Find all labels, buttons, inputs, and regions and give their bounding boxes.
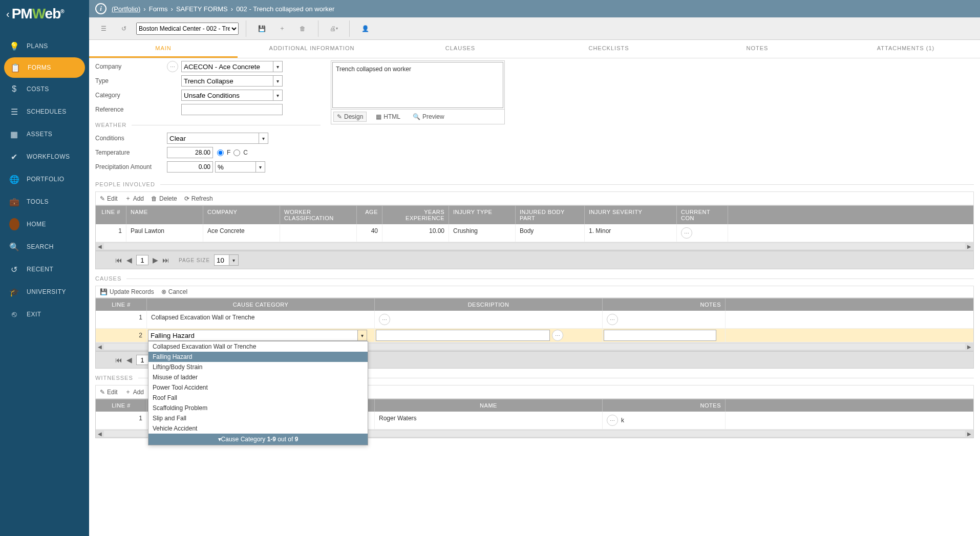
nav-exit[interactable]: ⎋EXIT bbox=[0, 303, 89, 326]
dropdown-option[interactable]: Slip and Fall bbox=[148, 413, 368, 423]
col-line[interactable]: LINE # bbox=[96, 206, 126, 224]
scroll-left-icon[interactable]: ◀ bbox=[96, 244, 104, 249]
page-size-input[interactable] bbox=[214, 254, 229, 266]
col-sev[interactable]: INJURY SEVERITY bbox=[585, 206, 677, 224]
col-notes[interactable]: NOTES bbox=[603, 399, 726, 412]
breadcrumb-portfolio[interactable]: (Portfolio) bbox=[112, 5, 140, 13]
delete-icon[interactable]: 🗑 bbox=[294, 20, 311, 37]
col-cur[interactable]: CURRENT CON bbox=[677, 206, 728, 224]
col-line[interactable]: LINE # bbox=[96, 399, 147, 412]
company-lookup-button[interactable]: ⋯ bbox=[167, 61, 178, 72]
editor-html-tab[interactable]: ▦HTML bbox=[373, 112, 403, 122]
temperature-field[interactable] bbox=[167, 147, 213, 158]
notes-edit-button[interactable]: ⋯ bbox=[607, 314, 618, 325]
dropdown-icon[interactable]: ▾ bbox=[273, 90, 283, 101]
nav-assets[interactable]: ▦ASSETS bbox=[0, 123, 89, 145]
description-text[interactable]: Trench collapsed on worker bbox=[332, 62, 503, 108]
people-refresh-button[interactable]: ⟳Refresh bbox=[184, 194, 213, 203]
scroll-right-icon[interactable]: ▶ bbox=[965, 244, 973, 249]
add-icon[interactable]: ＋ bbox=[274, 20, 290, 37]
page-input[interactable] bbox=[136, 355, 148, 365]
precip-field[interactable] bbox=[167, 161, 213, 173]
causes-row-editing[interactable]: 2 ▾ Collapsed Excavation Wall or Trenche… bbox=[96, 329, 973, 342]
scroll-right-icon[interactable]: ▶ bbox=[965, 431, 973, 437]
nav-workflows[interactable]: ✔WORKFLOWS bbox=[0, 145, 89, 168]
nav-schedules[interactable]: ☰SCHEDULES bbox=[0, 100, 89, 123]
cause-desc-input[interactable] bbox=[376, 330, 550, 341]
breadcrumb-safety[interactable]: SAFETY FORMS bbox=[176, 5, 228, 13]
nav-costs[interactable]: $COSTS bbox=[0, 78, 89, 100]
list-icon[interactable]: ☰ bbox=[95, 20, 112, 37]
col-line[interactable]: LINE # bbox=[96, 298, 147, 311]
row-options-button[interactable]: ⋯ bbox=[681, 227, 692, 239]
scroll-track[interactable] bbox=[104, 243, 965, 249]
witnesses-add-button[interactable]: ＋Add bbox=[125, 388, 144, 396]
tab-main[interactable]: MAIN bbox=[89, 40, 238, 58]
desc-edit-button[interactable]: ⋯ bbox=[379, 314, 390, 325]
first-page-icon[interactable]: ⏮ bbox=[115, 356, 122, 364]
tab-checklists[interactable]: CHECKLISTS bbox=[535, 40, 683, 58]
people-delete-button[interactable]: 🗑Delete bbox=[151, 194, 177, 203]
first-page-icon[interactable]: ⏮ bbox=[115, 256, 122, 264]
tab-notes[interactable]: NOTES bbox=[683, 40, 832, 58]
prev-page-icon[interactable]: ◀ bbox=[126, 356, 132, 364]
reference-field[interactable] bbox=[181, 104, 283, 115]
notes-edit-button[interactable]: ⋯ bbox=[607, 415, 618, 426]
temp-f-radio[interactable] bbox=[217, 149, 224, 156]
cause-notes-input[interactable] bbox=[604, 330, 716, 341]
precip-unit-field[interactable] bbox=[215, 161, 256, 173]
last-page-icon[interactable]: ⏭ bbox=[162, 256, 169, 264]
editor-design-tab[interactable]: ✎Design bbox=[333, 112, 367, 122]
cause-category-input[interactable] bbox=[148, 330, 358, 341]
dropdown-icon[interactable]: ▾ bbox=[358, 330, 367, 341]
prev-page-icon[interactable]: ◀ bbox=[126, 256, 132, 264]
scroll-right-icon[interactable]: ▶ bbox=[965, 344, 973, 350]
dropdown-option[interactable]: Collapsed Excavation Wall or Trenche bbox=[148, 341, 368, 352]
dropdown-option[interactable]: Falling Hazard bbox=[148, 352, 368, 362]
col-name[interactable]: NAME bbox=[375, 399, 603, 412]
dropdown-icon[interactable]: ▾ bbox=[273, 75, 283, 87]
nav-recent[interactable]: ↺RECENT bbox=[0, 258, 89, 281]
col-part[interactable]: INJURED BODY PART bbox=[516, 206, 585, 224]
dropdown-option[interactable]: Misuse of ladder bbox=[148, 372, 368, 382]
nav-plans[interactable]: 💡PLANS bbox=[0, 35, 89, 57]
witnesses-edit-button[interactable]: ✎Edit bbox=[100, 388, 118, 396]
back-chevron-icon[interactable]: ‹ bbox=[6, 8, 10, 20]
causes-cancel-button[interactable]: ⊗Cancel bbox=[161, 288, 187, 295]
scroll-left-icon[interactable]: ◀ bbox=[96, 431, 104, 437]
col-desc[interactable]: DESCRIPTION bbox=[375, 298, 603, 311]
nav-tools[interactable]: 💼TOOLS bbox=[0, 190, 89, 213]
col-cat[interactable]: CAUSE CATEGORY bbox=[147, 298, 375, 311]
logo[interactable]: ‹ PMWeb® bbox=[0, 0, 89, 28]
info-icon[interactable]: i bbox=[95, 3, 106, 14]
col-wc[interactable]: WORKER CLASSIFICATION bbox=[280, 206, 357, 224]
print-icon[interactable]: 🖨▾ bbox=[326, 20, 342, 37]
dropdown-option[interactable]: Vehicle Accident bbox=[148, 423, 368, 434]
conditions-field[interactable] bbox=[167, 133, 259, 144]
col-notes[interactable]: NOTES bbox=[603, 298, 726, 311]
dropdown-icon[interactable]: ▾ bbox=[229, 254, 239, 266]
dropdown-icon[interactable]: ▾ bbox=[273, 61, 283, 72]
causes-row[interactable]: 1 Collapsed Excavation Wall or Trenche ⋯… bbox=[96, 311, 973, 329]
dropdown-option[interactable]: Roof Fall bbox=[148, 393, 368, 403]
dropdown-icon[interactable]: ▾ bbox=[259, 133, 268, 144]
desc-edit-button[interactable]: ⋯ bbox=[552, 330, 563, 341]
save-icon[interactable]: 💾 bbox=[253, 20, 270, 37]
scroll-left-icon[interactable]: ◀ bbox=[96, 344, 104, 350]
col-name[interactable]: NAME bbox=[126, 206, 203, 224]
nav-search[interactable]: 🔍SEARCH bbox=[0, 235, 89, 258]
people-edit-button[interactable]: ✎Edit bbox=[100, 194, 118, 203]
tab-attachments[interactable]: ATTACHMENTS (1) bbox=[832, 40, 980, 58]
tab-clauses[interactable]: CLAUSES bbox=[386, 40, 535, 58]
dropdown-option[interactable]: Lifting/Body Strain bbox=[148, 362, 368, 372]
record-selector[interactable]: Boston Medical Center - 002 - Trenc bbox=[136, 23, 239, 35]
col-age[interactable]: AGE bbox=[357, 206, 382, 224]
tab-additional[interactable]: ADDITIONAL INFORMATION bbox=[238, 40, 386, 58]
people-row[interactable]: 1 Paul Lawton Ace Concrete 40 10.00 Crus… bbox=[96, 224, 973, 242]
nav-university[interactable]: 🎓UNIVERSITY bbox=[0, 281, 89, 303]
category-field[interactable] bbox=[181, 90, 273, 101]
dropdown-option[interactable]: Scaffolding Problem bbox=[148, 403, 368, 413]
next-page-icon[interactable]: ▶ bbox=[153, 256, 158, 264]
causes-update-button[interactable]: 💾Update Records bbox=[100, 288, 154, 295]
company-field[interactable] bbox=[181, 61, 273, 72]
